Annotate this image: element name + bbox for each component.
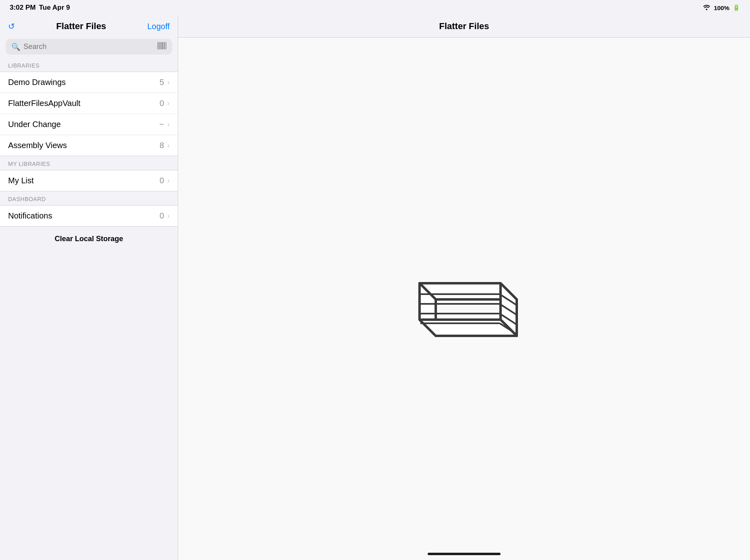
time-display: 3:02 PM [10, 4, 36, 12]
wifi-icon [703, 4, 711, 11]
my-list-count: 0 [160, 176, 164, 185]
status-bar-right: 100% 🔋 [703, 4, 740, 11]
sidebar-title: Flatter Files [56, 21, 106, 32]
flatter-files-logo [395, 251, 533, 340]
list-item-flatterfiles-vault[interactable]: FlatterFilesAppVault 0 › [0, 93, 178, 114]
home-indicator [178, 553, 750, 560]
flatterfiles-vault-chevron: › [167, 99, 170, 108]
battery-icon: 🔋 [733, 4, 740, 11]
notifications-count: 0 [160, 211, 164, 221]
svg-rect-0 [158, 42, 158, 49]
refresh-icon[interactable]: ↺ [8, 21, 15, 31]
my-list-label: My List [8, 176, 34, 185]
app-container: ↺ Flatter Files Logoff 🔍 [0, 15, 750, 560]
demo-drawings-label: Demo Drawings [8, 78, 66, 87]
logo-area [178, 38, 750, 553]
battery-display: 100% [714, 4, 729, 11]
my-libraries-list: My List 0 › [0, 170, 178, 191]
svg-rect-3 [161, 42, 161, 49]
search-input[interactable] [23, 42, 154, 51]
date-display: Tue Apr 9 [39, 4, 70, 12]
dashboard-header-text: DASHBOARD [8, 196, 46, 202]
status-bar-left: 3:02 PM Tue Apr 9 [10, 4, 70, 12]
under-change-right: ~ › [159, 120, 170, 129]
assembly-views-right: 8 › [160, 141, 170, 150]
libraries-list: Demo Drawings 5 › FlatterFilesAppVault 0… [0, 72, 178, 156]
search-bar[interactable]: 🔍 [6, 39, 172, 55]
flatterfiles-vault-right: 0 › [160, 99, 170, 108]
svg-rect-1 [159, 42, 159, 49]
svg-rect-4 [162, 42, 163, 49]
svg-rect-6 [164, 42, 165, 49]
barcode-icon[interactable] [158, 42, 166, 51]
notifications-chevron: › [167, 212, 170, 220]
clear-storage-button[interactable]: Clear Local Storage [0, 227, 178, 251]
clear-storage-label: Clear Local Storage [55, 235, 123, 243]
my-list-chevron: › [167, 176, 170, 185]
dashboard-list: Notifications 0 › [0, 205, 178, 227]
under-change-label: Under Change [8, 120, 61, 129]
my-libraries-section-header: MY LIBRARIES [0, 156, 178, 170]
list-item-demo-drawings[interactable]: Demo Drawings 5 › [0, 72, 178, 93]
dashboard-section-header: DASHBOARD [0, 191, 178, 205]
search-icon: 🔍 [11, 42, 20, 51]
main-header: Flatter Files [178, 15, 750, 38]
list-item-assembly-views[interactable]: Assembly Views 8 › [0, 135, 178, 156]
sidebar: ↺ Flatter Files Logoff 🔍 [0, 15, 178, 560]
logoff-button[interactable]: Logoff [147, 22, 170, 31]
my-list-right: 0 › [160, 176, 170, 185]
flatterfiles-vault-count: 0 [160, 99, 164, 108]
list-item-my-list[interactable]: My List 0 › [0, 170, 178, 191]
libraries-header-text: LIBRARIES [8, 62, 40, 69]
assembly-views-label: Assembly Views [8, 141, 67, 150]
search-container: 🔍 [0, 36, 178, 58]
assembly-views-chevron: › [167, 141, 170, 150]
assembly-views-count: 8 [160, 141, 164, 150]
list-item-under-change[interactable]: Under Change ~ › [0, 114, 178, 135]
under-change-chevron: › [167, 120, 170, 129]
list-item-notifications[interactable]: Notifications 0 › [0, 206, 178, 226]
status-bar: 3:02 PM Tue Apr 9 100% 🔋 [0, 0, 750, 15]
svg-rect-2 [160, 42, 160, 49]
sidebar-header: ↺ Flatter Files Logoff [0, 15, 178, 36]
svg-rect-7 [165, 42, 166, 49]
svg-marker-12 [420, 320, 517, 336]
main-title: Flatter Files [439, 21, 489, 32]
main-content: Flatter Files [178, 15, 750, 560]
libraries-section-header: LIBRARIES [0, 58, 178, 72]
flatterfiles-vault-label: FlatterFilesAppVault [8, 99, 81, 108]
my-libraries-header-text: MY LIBRARIES [8, 161, 50, 167]
home-indicator-bar [428, 553, 501, 555]
demo-drawings-chevron: › [167, 78, 170, 87]
under-change-count: ~ [159, 120, 164, 129]
demo-drawings-count: 5 [160, 78, 164, 87]
demo-drawings-right: 5 › [160, 78, 170, 87]
notifications-right: 0 › [160, 211, 170, 221]
notifications-label: Notifications [8, 211, 52, 221]
svg-rect-5 [163, 42, 164, 49]
svg-rect-8 [166, 42, 166, 49]
